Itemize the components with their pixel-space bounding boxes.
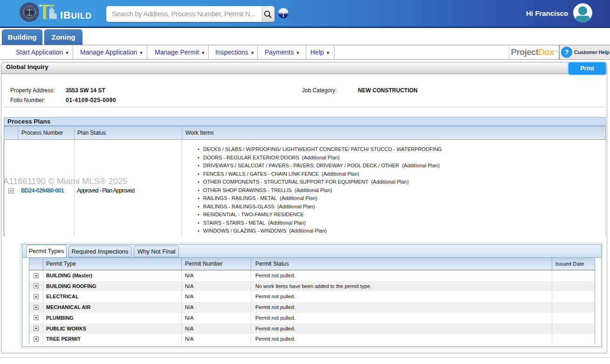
svg-text:?: ? xyxy=(564,48,569,56)
